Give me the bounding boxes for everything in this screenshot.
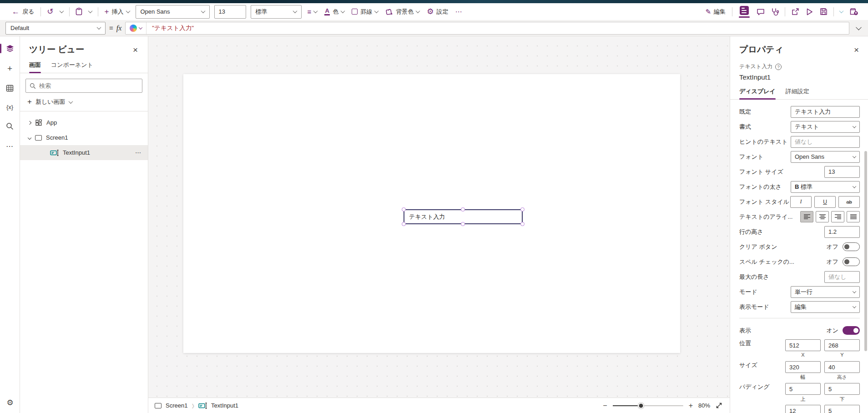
chevron-right-icon[interactable] bbox=[28, 121, 31, 124]
tab-display[interactable]: ディスプレイ bbox=[739, 87, 776, 99]
new-screen-button[interactable]: + 新しい画面 bbox=[20, 93, 148, 111]
property-selector[interactable]: Default bbox=[5, 22, 106, 35]
align-right-button[interactable] bbox=[831, 211, 844, 222]
hint-text-input[interactable] bbox=[791, 136, 860, 148]
undo-button[interactable]: ↺ bbox=[44, 5, 56, 19]
background-color-button[interactable]: 背景色 bbox=[382, 5, 423, 19]
rail-search-button[interactable] bbox=[0, 122, 20, 130]
padding-left-input[interactable] bbox=[785, 405, 821, 413]
textinput1-control[interactable]: テキスト入力 bbox=[404, 209, 523, 224]
resize-handle-top-left[interactable] bbox=[402, 207, 406, 212]
align-center-button[interactable] bbox=[816, 211, 829, 222]
resize-handle-top-center[interactable] bbox=[461, 207, 465, 212]
properties-close-button[interactable]: × bbox=[851, 45, 862, 55]
screen1-canvas[interactable]: テキスト入力 bbox=[183, 74, 680, 353]
app-checker-button[interactable] bbox=[768, 5, 782, 19]
paste-button[interactable] bbox=[72, 5, 86, 19]
clear-button-toggle[interactable] bbox=[843, 242, 860, 251]
tab-screens[interactable]: 画面 bbox=[29, 61, 41, 73]
font-select[interactable]: Open Sans bbox=[791, 151, 860, 163]
rail-data-button[interactable] bbox=[0, 85, 20, 92]
authoring-mode-button[interactable] bbox=[735, 6, 753, 18]
tab-components[interactable]: コンポーネント bbox=[51, 61, 93, 73]
zoom-slider-knob[interactable] bbox=[638, 403, 644, 408]
breadcrumb-textinput1[interactable]: TextInput1 bbox=[211, 402, 238, 409]
breadcrumb-screen1[interactable]: Screen1 bbox=[166, 402, 187, 409]
border-button[interactable]: 罫線 bbox=[348, 5, 382, 19]
size-width-input[interactable] bbox=[785, 361, 821, 373]
size-height-input[interactable] bbox=[824, 361, 860, 373]
font-size-input[interactable] bbox=[824, 166, 860, 178]
share-button[interactable] bbox=[788, 5, 802, 19]
properties-scrollbar[interactable] bbox=[864, 151, 867, 351]
display-mode-select[interactable]: 編集 bbox=[791, 301, 860, 313]
save-button[interactable] bbox=[817, 5, 831, 19]
italic-button[interactable]: I bbox=[790, 196, 812, 208]
rail-insert-button[interactable]: + bbox=[0, 64, 20, 73]
paste-dropdown-button[interactable] bbox=[86, 5, 95, 19]
default-input[interactable] bbox=[791, 106, 860, 118]
max-length-input[interactable] bbox=[824, 271, 860, 283]
preview-button[interactable] bbox=[802, 5, 817, 19]
formula-text[interactable]: "テキスト入力" bbox=[146, 24, 199, 32]
underline-button[interactable]: U bbox=[814, 196, 836, 208]
copilot-button[interactable] bbox=[126, 22, 146, 34]
back-button[interactable]: ← 戻る bbox=[8, 5, 38, 19]
formula-input-box[interactable]: "テキスト入力" bbox=[125, 22, 849, 35]
tab-advanced[interactable]: 詳細設定 bbox=[786, 87, 809, 99]
mode-select[interactable]: 単一行 bbox=[791, 286, 860, 298]
padding-top-input[interactable] bbox=[785, 383, 821, 395]
rail-tree-view-button[interactable] bbox=[0, 45, 20, 52]
text-size-lines-button[interactable]: ≡ bbox=[304, 5, 321, 19]
resize-handle-bottom-center[interactable] bbox=[461, 222, 465, 226]
fit-to-window-icon[interactable] bbox=[716, 402, 722, 409]
align-justify-button[interactable] bbox=[847, 211, 860, 222]
strikethrough-button[interactable]: ab bbox=[838, 196, 860, 208]
resize-handle-bottom-right[interactable] bbox=[520, 222, 525, 226]
insert-button[interactable]: + 挿入 bbox=[101, 5, 133, 19]
help-icon[interactable]: ? bbox=[775, 64, 782, 70]
undo-dropdown-button[interactable] bbox=[57, 5, 66, 19]
font-size-input[interactable] bbox=[214, 5, 246, 19]
zoom-slider[interactable] bbox=[613, 405, 683, 406]
edit-button[interactable]: ✎ 編集 bbox=[701, 5, 729, 19]
tree-view-close-button[interactable]: × bbox=[130, 45, 141, 55]
rail-settings-button[interactable]: ⚙ bbox=[0, 398, 20, 408]
zoom-in-button[interactable]: + bbox=[689, 402, 693, 410]
prop-row-font: フォント Open Sans bbox=[739, 149, 860, 164]
font-color-button[interactable]: A 色 bbox=[321, 5, 348, 19]
format-select[interactable]: テキスト bbox=[791, 121, 860, 133]
position-y-input[interactable] bbox=[824, 339, 860, 351]
formula-bar-expand-button[interactable] bbox=[855, 23, 863, 33]
font-family-select[interactable]: Open Sans bbox=[136, 5, 210, 19]
line-height-input[interactable] bbox=[824, 226, 860, 238]
zoom-percentage[interactable]: 80% bbox=[698, 402, 710, 409]
resize-handle-bottom-left[interactable] bbox=[402, 222, 406, 226]
publish-button[interactable] bbox=[846, 5, 862, 19]
zoom-out-button[interactable]: − bbox=[603, 402, 607, 410]
spell-check-toggle[interactable] bbox=[843, 257, 860, 266]
tree-search-input[interactable] bbox=[39, 82, 138, 89]
toolbar-more-button[interactable]: ⋯ bbox=[452, 5, 465, 19]
rail-more-button[interactable]: ⋯ bbox=[0, 142, 20, 151]
padding-bottom-input[interactable] bbox=[824, 383, 860, 395]
tree-item-screen1[interactable]: Screen1 bbox=[20, 130, 148, 145]
font-weight-select[interactable]: B 標準 bbox=[791, 181, 860, 193]
save-options-button[interactable] bbox=[837, 5, 846, 19]
chevron-down-icon[interactable] bbox=[28, 136, 31, 139]
visible-toggle[interactable] bbox=[843, 326, 860, 335]
font-weight-select[interactable]: 標準 bbox=[251, 5, 302, 19]
canvas-area[interactable]: テキスト入力 Screen1 › TextInput1 − bbox=[148, 36, 730, 413]
position-x-input[interactable] bbox=[785, 339, 821, 351]
tree-item-textinput1[interactable]: TextInput1 ⋯ bbox=[20, 145, 148, 160]
resize-handle-top-right[interactable] bbox=[520, 207, 525, 212]
tree-item-more-button[interactable]: ⋯ bbox=[135, 149, 141, 156]
rail-variables-button[interactable]: {x} bbox=[0, 104, 20, 111]
tree-search-box[interactable] bbox=[25, 79, 142, 93]
align-left-button[interactable] bbox=[800, 211, 813, 222]
padding-right-input[interactable] bbox=[824, 405, 860, 413]
settings-button[interactable]: ⚙ 設定 bbox=[423, 5, 452, 19]
comments-button[interactable] bbox=[753, 5, 768, 19]
chevron-down-icon bbox=[856, 25, 862, 30]
tree-item-app[interactable]: App bbox=[20, 115, 148, 130]
